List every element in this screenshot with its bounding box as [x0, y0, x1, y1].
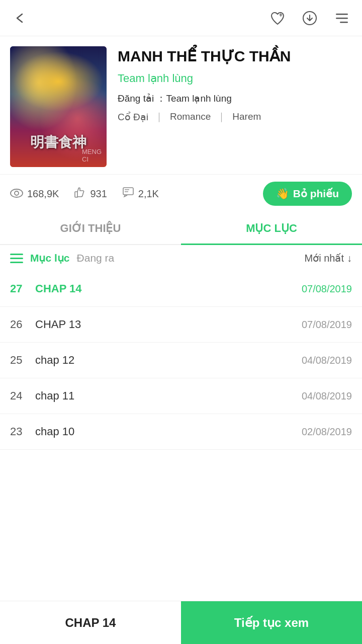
chapter-number: 24	[10, 389, 35, 403]
sort-icon: ↓	[347, 253, 352, 264]
bottom-current-chapter: CHAP 14	[0, 601, 181, 644]
chapter-date: 04/08/2019	[302, 355, 352, 366]
comments-stat: 2,1K	[122, 187, 159, 201]
svg-rect-3	[336, 18, 348, 19]
chapter-name: CHAP 14	[35, 282, 302, 295]
more-menu-button[interactable]	[332, 8, 352, 28]
chapter-number: 23	[10, 425, 35, 438]
book-cover[interactable]: 明書食神 MENGCI	[10, 46, 107, 167]
svg-point-6	[15, 191, 19, 195]
chapter-list: 27 CHAP 14 07/08/2019 26 CHAP 13 07/08/2…	[0, 271, 362, 450]
likes-count: 931	[90, 188, 107, 200]
stats-row: 168,9K 931 2,1K 👋 Bỏ phiếu	[0, 174, 362, 213]
chapter-number: 27	[10, 282, 35, 295]
chapter-date: 07/08/2019	[302, 283, 352, 295]
book-team[interactable]: Team lạnh lùng	[118, 72, 352, 85]
chapter-name: chap 10	[35, 425, 302, 438]
chapter-number: 25	[10, 354, 35, 367]
chapter-date: 07/08/2019	[302, 319, 352, 331]
vote-icon: 👋	[276, 188, 289, 200]
download-button[interactable]	[300, 8, 320, 28]
likes-stat: 931	[74, 187, 107, 201]
chapter-name: chap 11	[35, 389, 302, 403]
book-info-section: 明書食神 MENGCI MANH THỂ THỰC THẦN Team lạnh…	[0, 36, 362, 174]
back-button[interactable]	[10, 8, 30, 28]
chapter-row[interactable]: 24 chap 11 04/08/2019	[0, 378, 362, 414]
book-metadata: MANH THỂ THỰC THẦN Team lạnh lùng Đăng t…	[118, 46, 352, 123]
chapter-list-header: Mục lục Đang ra Mới nhất ↓	[0, 245, 362, 271]
book-title: MANH THỂ THỰC THẦN	[118, 46, 352, 66]
views-stat: 168,9K	[10, 187, 59, 201]
chapter-row[interactable]: 26 CHAP 13 07/08/2019	[0, 307, 362, 343]
book-uploader: Đăng tải ：Team lạnh lùng	[118, 92, 352, 105]
comments-count: 2,1K	[138, 188, 159, 200]
list-label[interactable]: Mục lục	[30, 252, 70, 264]
chapter-number: 26	[10, 318, 35, 331]
svg-text:+: +	[279, 12, 283, 19]
continue-reading-button[interactable]: Tiếp tục xem	[181, 601, 362, 644]
chapter-row[interactable]: 27 CHAP 14 07/08/2019	[0, 271, 362, 307]
chapter-name: CHAP 13	[35, 318, 302, 331]
chapter-name: chap 12	[35, 354, 302, 367]
svg-rect-2	[336, 14, 348, 15]
tab-toc[interactable]: MỤC LỤC	[181, 213, 362, 244]
sort-button[interactable]: Mới nhất ↓	[305, 252, 352, 264]
topbar: +	[0, 0, 362, 36]
comments-icon	[122, 187, 134, 201]
hamburger-icon[interactable]	[10, 254, 23, 263]
svg-rect-7	[123, 188, 133, 195]
chapter-date: 02/08/2019	[302, 426, 352, 438]
likes-icon	[74, 187, 86, 201]
tabs-bar: GIỚI THIỆU MỤC LỤC	[0, 213, 362, 245]
tab-intro[interactable]: GIỚI THIỆU	[0, 213, 181, 244]
vote-button[interactable]: 👋 Bỏ phiếu	[263, 182, 352, 206]
views-count: 168,9K	[27, 188, 59, 200]
chapter-date: 04/08/2019	[302, 390, 352, 402]
book-genres: Cổ Đại ｜ Romance ｜ Harem	[118, 110, 352, 123]
favorite-button[interactable]: +	[267, 8, 288, 28]
chapter-row[interactable]: 25 chap 12 04/08/2019	[0, 343, 362, 378]
svg-point-5	[11, 189, 23, 197]
chapter-row[interactable]: 23 chap 10 02/08/2019	[0, 414, 362, 450]
list-status[interactable]: Đang ra	[77, 252, 115, 264]
svg-rect-4	[340, 22, 348, 23]
bottom-bar: CHAP 14 Tiếp tục xem	[0, 601, 362, 644]
views-icon	[10, 187, 23, 201]
